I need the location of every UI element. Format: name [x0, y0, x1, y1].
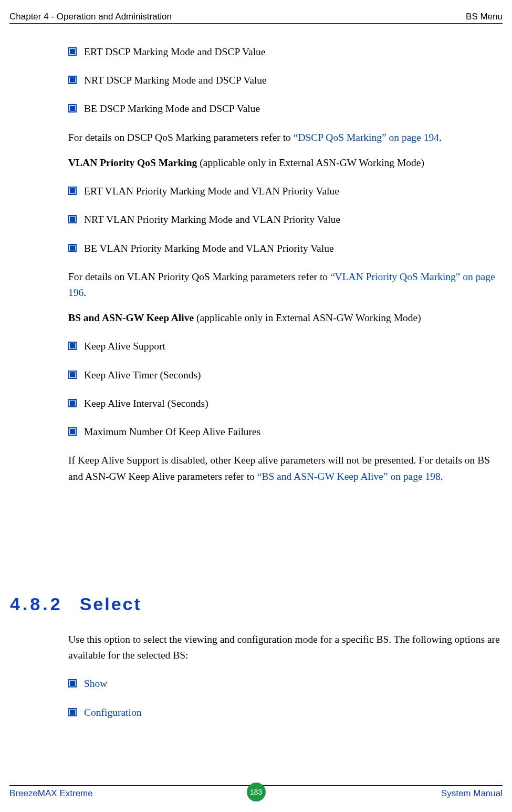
- vlan-reference: For details on VLAN Priority QoS Marking…: [68, 269, 503, 301]
- list-item: NRT VLAN Priority Marking Mode and VLAN …: [68, 212, 503, 228]
- vlan-heading-bold: VLAN Priority QoS Marking: [68, 157, 197, 168]
- footer-right: System Manual: [441, 788, 503, 799]
- page-number-badge: 183: [247, 783, 266, 801]
- section-link-list: Show Configuration: [68, 676, 503, 720]
- footer-left: BreezeMAX Extreme: [9, 788, 93, 799]
- list-item: ERT DSCP Marking Mode and DSCP Value: [68, 44, 503, 60]
- header-left: Chapter 4 - Operation and Administration: [9, 12, 172, 22]
- dscp-reference: For details on DSCP QoS Marking paramete…: [68, 130, 503, 146]
- section-body: Use this option to select the viewing an…: [68, 622, 503, 733]
- list-item: Keep Alive Timer (Seconds): [68, 367, 503, 383]
- text: For details on VLAN Priority QoS Marking…: [68, 271, 330, 282]
- keepalive-heading: BS and ASN-GW Keep Alive (applicable onl…: [68, 310, 503, 326]
- section-title: Select: [80, 594, 142, 614]
- keepalive-heading-rest: (applicable only in External ASN-GW Work…: [194, 312, 421, 323]
- text: .: [441, 471, 443, 482]
- list-item: NRT DSCP Marking Mode and DSCP Value: [68, 73, 503, 88]
- list-item: Maximum Number Of Keep Alive Failures: [68, 424, 503, 440]
- text: .: [439, 132, 442, 143]
- header-rule: [9, 23, 503, 24]
- vlan-heading: VLAN Priority QoS Marking (applicable on…: [68, 155, 503, 171]
- section-link-show[interactable]: Show: [68, 676, 503, 692]
- keepalive-heading-bold: BS and ASN-GW Keep Alive: [68, 312, 194, 323]
- section-heading: 4.8.2 Select: [10, 594, 142, 614]
- header-right: BS Menu: [466, 12, 503, 22]
- list-item: BE DSCP Marking Mode and DSCP Value: [68, 101, 503, 117]
- text: .: [83, 287, 86, 298]
- keepalive-reference: If Keep Alive Support is disabled, other…: [68, 453, 503, 484]
- dscp-link[interactable]: “DSCP QoS Marking” on page 194: [294, 132, 439, 143]
- list-item: ERT VLAN Priority Marking Mode and VLAN …: [68, 183, 503, 199]
- list-item: Keep Alive Support: [68, 338, 503, 354]
- list-item: BE VLAN Priority Marking Mode and VLAN P…: [68, 241, 503, 256]
- section-intro: Use this option to select the viewing an…: [68, 632, 503, 663]
- footer: BreezeMAX Extreme 183 System Manual: [9, 785, 503, 800]
- section-link-configuration[interactable]: Configuration: [68, 705, 503, 721]
- list-item: Keep Alive Interval (Seconds): [68, 396, 503, 412]
- vlan-heading-rest: (applicable only in External ASN-GW Work…: [197, 157, 424, 168]
- text: For details on DSCP QoS Marking paramete…: [68, 132, 294, 143]
- vlan-list: ERT VLAN Priority Marking Mode and VLAN …: [68, 183, 503, 256]
- keepalive-list: Keep Alive Support Keep Alive Timer (Sec…: [68, 338, 503, 440]
- keepalive-link[interactable]: “BS and ASN-GW Keep Alive” on page 198: [257, 471, 441, 482]
- dscp-list: ERT DSCP Marking Mode and DSCP Value NRT…: [68, 44, 503, 117]
- section-number: 4.8.2: [10, 594, 63, 614]
- content-area: ERT DSCP Marking Mode and DSCP Value NRT…: [68, 32, 503, 513]
